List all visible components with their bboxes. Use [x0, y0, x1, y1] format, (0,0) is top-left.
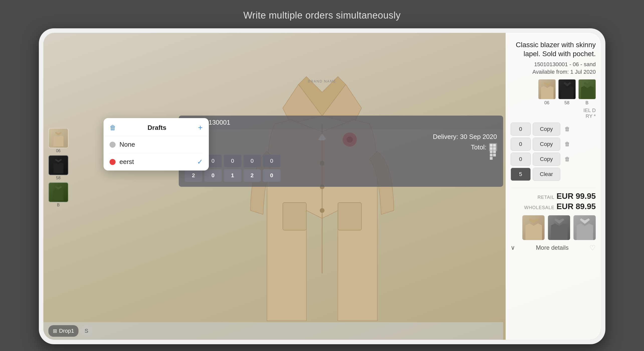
- retail-label: RETAIL: [537, 195, 555, 200]
- price-section: RETAIL EUR 99.95 WHOLESALE EUR 89.95: [511, 188, 596, 212]
- qty-input-1[interactable]: 0: [511, 123, 531, 136]
- partial-text: IEL DRY *: [511, 108, 596, 119]
- delivery-info: Delivery: 30 Sep 2020: [185, 133, 497, 141]
- more-details-row: ∨ More details ♡: [511, 244, 596, 252]
- retail-price: EUR 99.95: [557, 192, 596, 201]
- action-row-4: 5 Clear: [511, 168, 596, 181]
- qty-bot-2: 0: [204, 169, 222, 182]
- swatch-b[interactable]: B: [578, 79, 596, 106]
- thumb-label-06: 06: [56, 149, 61, 153]
- device-screen: BRAND NAME 06 5: [43, 33, 601, 340]
- wholesale-price: EUR 89.95: [557, 202, 596, 211]
- qty-top-5: 0: [263, 155, 281, 167]
- order-actions: 0 Copy 🗑 0 Copy 🗑 0 Copy 🗑 5 Clear: [511, 123, 596, 183]
- product-code: 15010130001 - 06 - sand: [511, 61, 596, 68]
- tab-drop1[interactable]: ⊞ Drop1: [48, 325, 79, 337]
- total-info: Totol:: [185, 143, 497, 151]
- product-thumbnails: [511, 215, 596, 240]
- qty-input-2[interactable]: 0: [511, 138, 531, 151]
- tab-2-label: S: [84, 328, 88, 334]
- thumb-right-1[interactable]: [522, 215, 545, 240]
- copy-button-3[interactable]: Copy: [533, 153, 560, 166]
- thumb-label-b: B: [57, 203, 60, 207]
- wholesale-label: WHOLESALE: [524, 205, 555, 210]
- order-number-bar: r: 15010130001: [179, 116, 503, 129]
- tab-drop1-label: Drop1: [59, 328, 74, 334]
- swatch-label-b: B: [585, 100, 588, 106]
- thumb-right-3[interactable]: [573, 215, 596, 240]
- drafts-item-eerst[interactable]: eerst ✓: [104, 153, 209, 170]
- drafts-label-none: None: [120, 141, 135, 148]
- drafts-panel: 🗑 Drafts + None eerst ✓: [104, 118, 209, 170]
- retail-price-row: RETAIL EUR 99.95: [511, 192, 596, 201]
- product-title: Classic blazer with skinny lapel. Sold w…: [511, 40, 596, 59]
- chevron-down-icon[interactable]: ∨: [511, 244, 515, 251]
- swatch-06[interactable]: 06: [538, 79, 556, 106]
- trash-icon-1[interactable]: 🗑: [562, 124, 572, 134]
- drafts-item-eerst-left: eerst: [110, 158, 134, 166]
- qty-input-3[interactable]: 0: [511, 153, 531, 166]
- product-available: Available from: 1 Jul 2020: [511, 69, 596, 75]
- thumb-item-06[interactable]: 06: [48, 128, 68, 153]
- left-thumbnails: 06 58 B: [48, 128, 68, 207]
- drafts-trash-icon[interactable]: 🗑: [110, 124, 116, 132]
- qty-bot-4: 2: [243, 169, 261, 182]
- page-title: Write multiple orders simultaneously: [243, 10, 401, 21]
- drafts-label-eerst: eerst: [120, 158, 134, 166]
- trash-icon-2[interactable]: 🗑: [562, 139, 572, 149]
- action-row-2: 0 Copy 🗑: [511, 138, 596, 151]
- swatch-img-58[interactable]: [558, 79, 576, 99]
- qty-top-3: 0: [224, 155, 241, 167]
- right-panel: Classic blazer with skinny lapel. Sold w…: [506, 33, 601, 340]
- swatch-label-58: 58: [564, 100, 569, 106]
- qty-bottom-row: 2 0 1 2 0: [185, 169, 497, 182]
- drafts-add-button[interactable]: +: [198, 123, 203, 132]
- svg-rect-5: [338, 203, 361, 230]
- svg-rect-4: [283, 203, 306, 230]
- brand-label: BRAND NAME: [297, 79, 347, 83]
- thumb-b[interactable]: [48, 182, 68, 202]
- order-body: Delivery: 30 Sep 2020 Totol: 0 0 0 0 0: [179, 129, 503, 187]
- qty-bot-1: 2: [185, 169, 202, 182]
- device-frame: BRAND NAME 06 5: [39, 28, 605, 344]
- drafts-dot-none: [110, 142, 116, 148]
- drafts-checkmark: ✓: [197, 158, 203, 166]
- drafts-header: 🗑 Drafts +: [104, 118, 209, 136]
- copy-button-2[interactable]: Copy: [533, 138, 560, 151]
- copy-button-1[interactable]: Copy: [533, 123, 560, 136]
- qty-input-4[interactable]: 5: [511, 168, 531, 181]
- thumb-label-58: 58: [56, 176, 61, 180]
- drafts-dot-eerst: [110, 159, 116, 165]
- thumb-item-58[interactable]: 58: [48, 155, 68, 180]
- thumb-right-2[interactable]: [548, 215, 570, 240]
- qty-top-4: 0: [243, 155, 261, 167]
- grid-icon[interactable]: [489, 143, 497, 151]
- drafts-item-none-left: None: [110, 141, 135, 148]
- swatch-img-b[interactable]: [578, 79, 596, 99]
- drafts-title: Drafts: [148, 124, 166, 132]
- qty-top-row: 0 0 0 0 0: [185, 155, 497, 167]
- drafts-item-none[interactable]: None: [104, 136, 209, 153]
- action-row-1: 0 Copy 🗑: [511, 123, 596, 136]
- qty-bot-3: 1: [224, 169, 241, 182]
- thumb-item-b[interactable]: B: [48, 182, 68, 207]
- trash-icon-3[interactable]: 🗑: [562, 154, 572, 164]
- swatch-img-06[interactable]: [538, 79, 556, 99]
- svg-point-3: [320, 208, 324, 213]
- blazer-image: [234, 53, 410, 329]
- swatch-label-06: 06: [544, 100, 549, 106]
- wholesale-price-row: WHOLESALE EUR 89.95: [511, 202, 596, 211]
- order-overlay: r: 15010130001 Delivery: 30 Sep 2020 Tot…: [179, 116, 503, 187]
- more-details-button[interactable]: More details: [536, 244, 569, 251]
- bottom-tab-bar: ⊞ Drop1 S: [43, 322, 503, 340]
- clear-button[interactable]: Clear: [533, 168, 560, 181]
- tab-2[interactable]: S: [80, 325, 93, 337]
- thumb-58[interactable]: [48, 155, 68, 175]
- qty-bot-5: 0: [263, 169, 281, 182]
- thumb-06[interactable]: [48, 128, 68, 148]
- color-swatches: 06 58: [511, 79, 596, 106]
- heart-icon[interactable]: ♡: [589, 244, 596, 252]
- swatch-58[interactable]: 58: [558, 79, 576, 106]
- action-row-3: 0 Copy 🗑: [511, 153, 596, 166]
